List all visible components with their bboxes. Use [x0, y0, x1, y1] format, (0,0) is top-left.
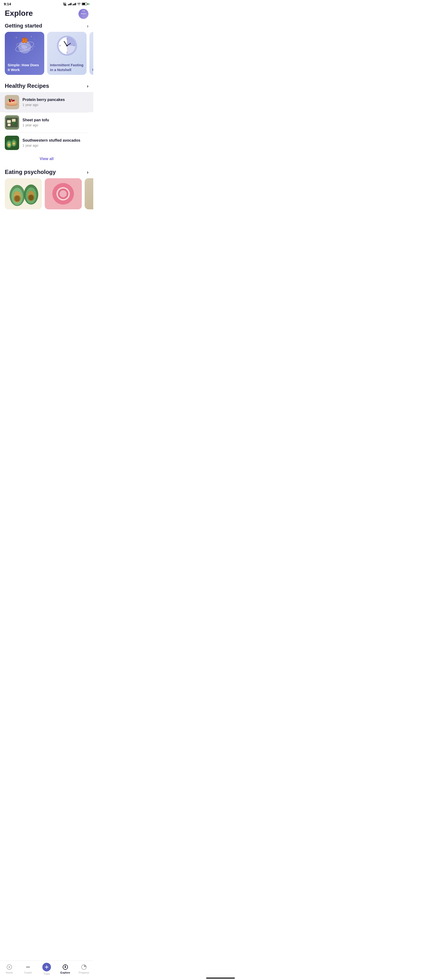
eating-psychology-chevron[interactable]: › — [87, 169, 89, 175]
svg-point-23 — [66, 45, 68, 46]
eating-psychology-title: Eating psychology — [5, 169, 56, 175]
recipe-item-2[interactable]: Sheet pan tofu 1 year ago — [0, 113, 93, 132]
healthy-recipes-chevron[interactable]: › — [87, 83, 89, 89]
recipe-item-1[interactable]: Protein berry pancakes 1 year ago — [0, 92, 93, 112]
signal-bars-1 — [68, 3, 71, 5]
svg-point-3 — [17, 44, 18, 45]
getting-started-header: Getting started › — [0, 22, 93, 32]
card-fasting-label: Intermittent Fasting in a Nutshell — [50, 63, 84, 72]
card-partial-label: Ho... — [92, 68, 93, 72]
eating-psychology-cards — [0, 178, 93, 233]
eating-psychology-header: Eating psychology › — [0, 165, 93, 178]
recipe-time-2: 1 year ago — [22, 123, 89, 127]
card-fasting[interactable]: Intermittent Fasting in a Nutshell — [47, 32, 87, 75]
wifi-icon — [77, 3, 81, 5]
svg-point-60 — [29, 195, 33, 200]
svg-rect-36 — [7, 120, 11, 123]
svg-point-32 — [13, 100, 15, 102]
status-icons — [63, 2, 89, 6]
recipe-info-3: Southwestern stuffed avocados 1 year ago — [22, 138, 89, 147]
status-bar: 9:14 — [0, 0, 93, 7]
eating-card-partial[interactable] — [85, 178, 93, 209]
page-title: Explore — [5, 9, 33, 18]
eating-card-avocado[interactable] — [5, 178, 42, 209]
card-fasting-icon — [47, 34, 87, 58]
svg-point-13 — [23, 42, 24, 43]
status-time: 9:14 — [4, 2, 11, 6]
recipe-item-3[interactable]: Southwestern stuffed avocados 1 year ago — [0, 133, 93, 153]
svg-point-49 — [13, 143, 15, 145]
recipe-thumb-2 — [5, 115, 19, 130]
svg-point-40 — [13, 121, 15, 124]
recipe-thumb-1 — [5, 95, 19, 109]
svg-point-65 — [60, 190, 67, 197]
avatar[interactable]: Let them♡ — [78, 9, 89, 19]
battery-indicator — [82, 3, 89, 5]
svg-rect-38 — [8, 124, 11, 126]
svg-point-4 — [34, 46, 34, 47]
svg-point-30 — [9, 99, 11, 101]
svg-point-31 — [11, 99, 12, 100]
recipe-thumb-3 — [5, 136, 19, 150]
recipe-name-3: Southwestern stuffed avocados — [22, 138, 89, 143]
recipe-time-3: 1 year ago — [22, 143, 89, 147]
getting-started-chevron[interactable]: › — [87, 23, 89, 29]
view-all-button[interactable]: View all — [0, 153, 93, 165]
recipe-info-1: Protein berry pancakes 1 year ago — [22, 98, 89, 107]
card-simple-icon — [5, 35, 44, 55]
card-simple-label: Simple: How Does It Work — [8, 63, 41, 72]
getting-started-title: Getting started — [5, 23, 42, 29]
mute-icon — [63, 2, 67, 6]
signal-bars-2 — [73, 3, 76, 5]
healthy-recipes-title: Healthy Recipes — [5, 83, 49, 89]
svg-rect-37 — [12, 119, 16, 122]
recipe-name-1: Protein berry pancakes — [22, 98, 89, 102]
recipe-info-2: Sheet pan tofu 1 year ago — [22, 118, 89, 127]
card-partial[interactable]: Ho... — [89, 32, 93, 75]
eating-card-smoothie[interactable] — [45, 178, 82, 209]
svg-point-48 — [8, 144, 10, 146]
svg-point-1 — [33, 39, 34, 40]
healthy-recipes-header: Healthy Recipes › — [0, 79, 93, 92]
getting-started-cards: Simple: How Does It Work — [0, 32, 93, 79]
page-header: Explore Let them♡ — [0, 7, 93, 22]
svg-point-2 — [31, 37, 32, 37]
recipe-name-2: Sheet pan tofu — [22, 118, 89, 122]
svg-point-59 — [15, 196, 20, 202]
recipe-time-1: 1 year ago — [22, 103, 89, 107]
svg-point-0 — [16, 37, 16, 38]
svg-point-14 — [25, 42, 27, 43]
card-simple[interactable]: Simple: How Does It Work — [5, 32, 44, 75]
